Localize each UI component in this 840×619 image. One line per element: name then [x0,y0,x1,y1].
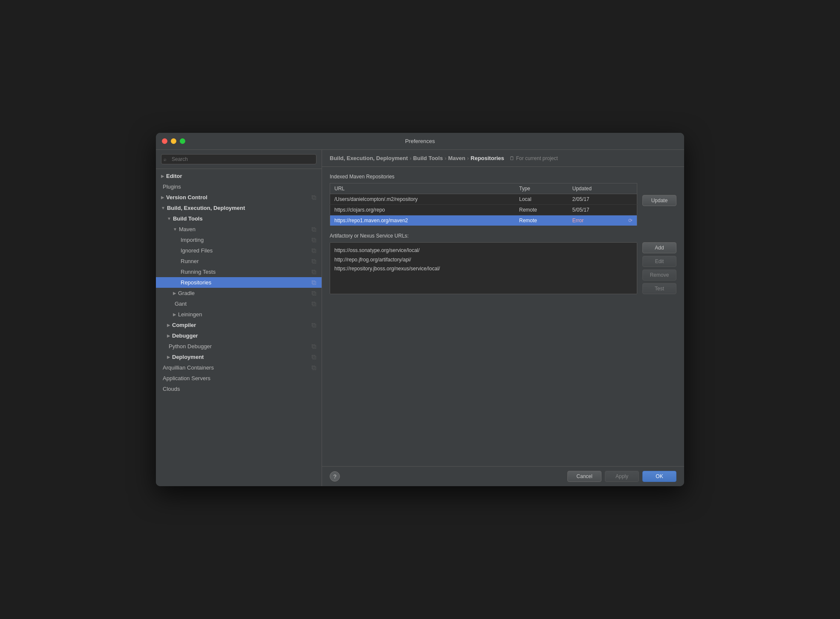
ok-button[interactable]: OK [642,471,676,482]
breadcrumb: Build, Execution, Deployment › Build Too… [322,150,684,167]
repo-url-2: https://repo1.maven.org/maven2 [330,215,515,226]
sidebar-item-running-tests[interactable]: Running Tests⿻ [156,267,322,277]
minimize-button[interactable] [171,138,176,144]
footer-buttons: Cancel Apply OK [567,471,676,482]
repo-type-0: Local [515,194,568,205]
search-icon: ⌕ [164,157,167,162]
preferences-window: Preferences ⌕ ▶EditorPlugins▶Version Con… [156,133,684,486]
sidebar-item-plugins[interactable]: Plugins [156,181,322,192]
sidebar-item-label: Ignored Files [181,247,213,254]
project-label: For current project [516,155,558,161]
arrow-icon: ▼ [173,227,177,232]
copy-icon: ⿻ [312,291,316,296]
project-icon: 🗒 [509,155,515,161]
repo-updated-0: 2/05/17 [568,194,624,205]
arrow-icon: ▼ [167,216,171,221]
sidebar-item-label: Deployment [172,354,204,360]
sidebar-item-ignored-files[interactable]: Ignored Files⿻ [156,245,322,256]
close-button[interactable] [162,138,167,144]
sidebar-item-application-servers[interactable]: Application Servers [156,373,322,384]
service-urls-box[interactable]: https://oss.sonatype.org/service/local/ … [330,242,637,294]
window-title: Preferences [405,138,435,144]
repo-url-1: https://clojars.org/repo [330,205,515,215]
sidebar-item-build-execution-deployment[interactable]: ▼Build, Execution, Deployment [156,203,322,213]
copy-icon: ⿻ [312,195,316,200]
repos-section-label: Indexed Maven Repositories [330,174,676,180]
repo-table-header: URL Type Updated [330,183,637,194]
update-button[interactable]: Update [642,195,676,206]
add-button[interactable]: Add [642,242,676,253]
service-btn-col: Add Edit Remove Test [642,242,676,294]
sidebar-item-label: Plugins [163,183,181,190]
sidebar-item-label: Editor [166,173,182,179]
arrow-icon: ▶ [173,312,176,317]
sidebar-item-label: Runner [181,258,199,264]
copy-icon: ⿻ [312,301,316,307]
sidebar-item-gradle[interactable]: ▶Gradle⿻ [156,288,322,298]
service-section-label: Artifactory or Nexus Service URLs: [330,233,676,239]
sidebar-item-debugger[interactable]: ▶Debugger [156,330,322,341]
cancel-button[interactable]: Cancel [567,471,601,482]
col-actions [624,183,637,194]
copy-icon: ⿻ [312,323,316,328]
sidebar-item-python-debugger[interactable]: Python Debugger⿻ [156,341,322,352]
breadcrumb-maven: Maven [448,155,465,161]
arrow-icon: ▶ [167,333,170,338]
repo-row-0[interactable]: /Users/danielcompton/.m2/repositoryLocal… [330,194,637,205]
sidebar-item-repositories[interactable]: Repositories⿻ [156,277,322,288]
sidebar-item-gant[interactable]: Gant⿻ [156,298,322,309]
repo-updated-2: Error [568,215,624,226]
arrow-icon: ▼ [161,206,165,210]
maximize-button[interactable] [180,138,185,144]
copy-icon: ⿻ [312,227,316,232]
sidebar-items: ▶EditorPlugins▶Version Control⿻▼Build, E… [156,169,322,486]
repo-table: URL Type Updated /Users/danielcompton/.m… [330,183,637,226]
sidebar-item-deployment[interactable]: ▶Deployment⿻ [156,352,322,362]
copy-icon: ⿻ [312,344,316,349]
sidebar-item-leiningen[interactable]: ▶Leiningen [156,309,322,320]
sidebar-item-version-control[interactable]: ▶Version Control⿻ [156,192,322,203]
apply-button[interactable]: Apply [605,471,639,482]
footer: ? Cancel Apply OK [322,466,684,486]
repo-row-1[interactable]: https://clojars.org/repoRemote5/05/17 [330,205,637,215]
titlebar: Preferences [156,133,684,150]
arrow-icon: ▶ [161,174,164,178]
sidebar-item-importing[interactable]: Importing⿻ [156,235,322,245]
repo-section: URL Type Updated /Users/danielcompton/.m… [330,183,676,226]
service-url-3: https://repository.jboss.org/nexus/servi… [334,264,633,274]
edit-button[interactable]: Edit [642,256,676,267]
traffic-lights [162,138,185,144]
sidebar-item-maven[interactable]: ▼Maven⿻ [156,224,322,235]
search-input[interactable] [161,154,316,164]
sidebar-item-label: Importing [181,237,204,243]
test-button[interactable]: Test [642,283,676,294]
breadcrumb-project: 🗒 For current project [509,155,558,161]
col-type: Type [515,183,568,194]
help-button[interactable]: ? [330,471,340,481]
arrow-icon: ▶ [167,323,170,327]
service-url-1: https://oss.sonatype.org/service/local/ [334,246,633,255]
repos-section: Indexed Maven Repositories URL Type Upda… [330,174,676,226]
sidebar-item-runner[interactable]: Runner⿻ [156,256,322,267]
repo-row-2[interactable]: https://repo1.maven.org/maven2RemoteErro… [330,215,637,226]
copy-icon: ⿻ [312,238,316,243]
sidebar-item-label: Repositories [181,279,211,286]
service-section-wrapper: Artifactory or Nexus Service URLs: https… [330,233,676,294]
arrow-icon: ▶ [161,195,164,200]
repo-action-2: ⟳ [624,215,637,226]
spinner-icon[interactable]: ⟳ [628,218,633,224]
service-url-2: http://repo.jfrog.org/artifactory/api/ [334,255,633,265]
repo-type-2: Remote [515,215,568,226]
sidebar-item-editor[interactable]: ▶Editor [156,171,322,181]
repo-action-1 [624,205,637,215]
sidebar-item-arquillian-containers[interactable]: Arquillian Containers⿻ [156,362,322,373]
search-wrapper: ⌕ [161,154,316,164]
sidebar-item-compiler[interactable]: ▶Compiler⿻ [156,320,322,330]
sidebar-item-clouds[interactable]: Clouds [156,384,322,394]
sidebar-item-label: Gant [175,301,187,307]
repo-updated-1: 5/05/17 [568,205,624,215]
remove-button[interactable]: Remove [642,269,676,281]
sidebar-item-label: Clouds [163,386,180,392]
sidebar-item-label: Build, Execution, Deployment [167,205,245,211]
sidebar-item-build-tools[interactable]: ▼Build Tools [156,213,322,224]
